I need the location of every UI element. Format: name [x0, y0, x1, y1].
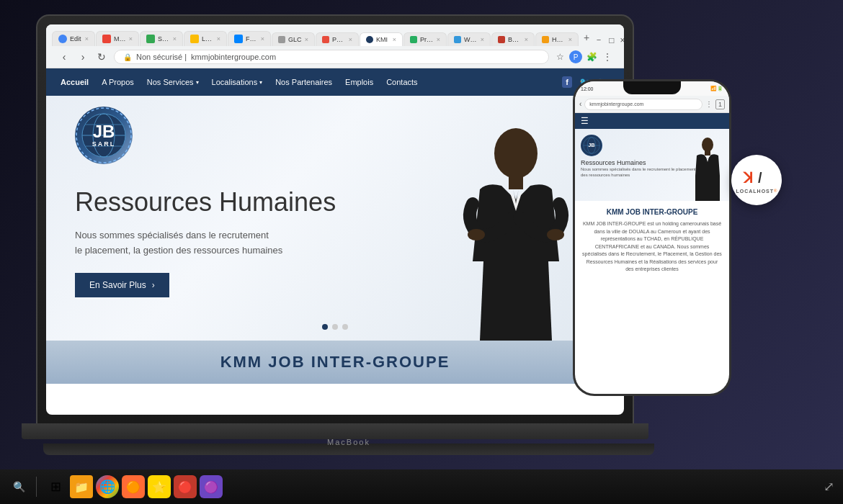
nav-link-partenaires[interactable]: Nos Partenaires: [275, 78, 332, 86]
maximize-button[interactable]: □: [609, 35, 614, 45]
browser-tab-mo[interactable]: Mo... ×: [96, 31, 139, 46]
tab-close-icon[interactable]: ×: [568, 36, 572, 43]
browser-tab-glc[interactable]: GLC ×: [272, 32, 315, 46]
taskbar-search-button[interactable]: 🔍: [9, 477, 29, 497]
tab-label: Loc...: [202, 35, 214, 42]
nav-label-accueil: Accueil: [61, 78, 89, 86]
tab-close-icon[interactable]: ×: [217, 35, 220, 42]
tab-label: Ho...: [552, 36, 566, 43]
hero-cta-arrow: ›: [152, 280, 155, 290]
nav-link-services[interactable]: Nos Services ▾: [147, 78, 199, 86]
hero-cta-label: En Savoir Plus: [89, 280, 146, 290]
browser-tab-loc[interactable]: Loc... ×: [184, 31, 227, 46]
facebook-icon[interactable]: f: [562, 76, 572, 88]
bottom-company-title: KMM JOB INTER-GROUPE: [220, 353, 450, 372]
phone-company-info: KMM JOB INTER-GROUPE KMM JOB INTER-GROUP…: [575, 201, 729, 281]
hero-dot-2[interactable]: [332, 324, 338, 330]
website-content: Accueil A Propos Nos Services ▾ Localisa…: [46, 68, 624, 414]
tab-close-icon[interactable]: ×: [85, 35, 89, 42]
forward-button[interactable]: ›: [75, 49, 91, 65]
phone-screen: 12:00 📶🔋 ‹ kmmjobintergroupe.com ⋮ 1 ☰: [575, 81, 729, 394]
phone-time: 12:00: [581, 86, 594, 91]
taskbar-app-red[interactable]: 🔴: [174, 475, 197, 498]
taskbar-app-yellow[interactable]: ⭐: [148, 475, 171, 498]
lock-icon: 🔒: [123, 53, 132, 61]
hamburger-icon[interactable]: ☰: [581, 116, 589, 126]
phone-address-bar[interactable]: kmmjobintergroupe.com: [584, 99, 702, 110]
nav-link-localisations[interactable]: Localisations ▾: [212, 78, 263, 86]
browser-tab-wit[interactable]: Wit... ×: [447, 32, 491, 46]
tab-close-icon[interactable]: ×: [437, 36, 440, 43]
taskbar-app-purple[interactable]: 🟣: [200, 475, 223, 498]
browser-toolbar: ‹ › ↻ 🔒 Non sécurisé | kmmjobintergroupe…: [52, 46, 618, 68]
close-window-button[interactable]: ×: [620, 35, 624, 45]
new-tab-button[interactable]: +: [579, 29, 594, 46]
tab-favicon: [278, 36, 285, 43]
browser-tab-kmi[interactable]: KMI ×: [360, 32, 403, 46]
phone-menu-button[interactable]: ⋮: [705, 100, 713, 108]
tab-close-icon[interactable]: ×: [129, 35, 133, 42]
svg-point-16: [702, 138, 713, 152]
hero-dot-3[interactable]: [342, 324, 348, 330]
phone-browser-bar: ‹ kmmjobintergroupe.com ⋮ 1: [575, 96, 729, 113]
tab-label-active: KMI: [376, 36, 390, 43]
svg-point-9: [468, 229, 485, 240]
tab-favicon: [234, 35, 243, 43]
phone-body: 12:00 📶🔋 ‹ kmmjobintergroupe.com ⋮ 1 ☰: [573, 79, 731, 396]
phone-notch: [623, 81, 681, 94]
phone-hero-section: JB Ressources Humaines Nous sommes spéci…: [575, 129, 729, 201]
tab-close-icon[interactable]: ×: [261, 35, 264, 42]
back-button[interactable]: ‹: [56, 49, 72, 65]
browser-tab-ho[interactable]: Ho... ×: [535, 32, 579, 46]
browser-tab-pne[interactable]: PNE... ×: [316, 32, 359, 46]
taskbar-expand-icon[interactable]: ⤢: [824, 479, 834, 495]
minimize-button[interactable]: －: [594, 34, 603, 46]
hero-cta-button[interactable]: En Savoir Plus ›: [75, 273, 169, 297]
bookmark-icon[interactable]: ☆: [553, 50, 566, 63]
browser-tab-bou[interactable]: Bou... ×: [491, 32, 535, 46]
tab-close-icon[interactable]: ×: [173, 35, 177, 42]
svg-point-7: [494, 128, 538, 179]
tab-favicon: [322, 36, 329, 43]
profile-icon[interactable]: P: [569, 50, 582, 63]
refresh-button[interactable]: ↻: [94, 49, 110, 65]
tab-close-icon[interactable]: ×: [393, 36, 396, 43]
taskbar-app-windows[interactable]: ⊞: [44, 475, 67, 498]
bottom-banner: KMM JOB INTER-GROUPE: [46, 341, 624, 384]
address-bar[interactable]: 🔒 Non sécurisé | kmmjobintergroupe.com: [114, 50, 549, 64]
tab-label: Wit...: [464, 36, 478, 43]
nav-link-accueil[interactable]: Accueil: [61, 78, 89, 86]
browser-tab-edit[interactable]: Edit ×: [52, 31, 95, 46]
macbook-label: MacBook: [327, 438, 370, 446]
tab-close-icon[interactable]: ×: [349, 36, 352, 43]
hero-subtitle: Nous sommes spécialisés dans le recrutem…: [75, 228, 336, 258]
taskbar-app-chrome[interactable]: 🌐: [96, 475, 119, 498]
hero-section: JB SARL Ressources Humaines Nous sommes …: [46, 96, 624, 341]
phone-logo: JB: [581, 135, 602, 156]
nav-link-apropos[interactable]: A Propos: [102, 78, 134, 86]
phone-back-button[interactable]: ‹: [579, 100, 581, 108]
nav-label-emplois: Emplois: [345, 78, 373, 86]
taskbar-app-files[interactable]: 📁: [70, 475, 93, 498]
nav-link-contacts[interactable]: Contacts: [386, 78, 417, 86]
tab-close-icon[interactable]: ×: [305, 36, 308, 43]
extension-icon[interactable]: 🧩: [585, 50, 598, 63]
nav-link-emplois[interactable]: Emplois: [345, 78, 373, 86]
macbook-base: [22, 423, 648, 439]
tab-favicon: [190, 35, 199, 43]
browser-tab-pre[interactable]: Pré... ×: [403, 32, 447, 46]
hero-dot-1[interactable]: [322, 324, 328, 330]
phone-tab-button[interactable]: 1: [715, 99, 725, 109]
browser-tab-fre[interactable]: Fre... ×: [228, 31, 271, 46]
browser-tab-site[interactable]: Site. ×: [140, 31, 183, 46]
tab-close-icon[interactable]: ×: [525, 36, 528, 43]
phone-device: 12:00 📶🔋 ‹ kmmjobintergroupe.com ⋮ 1 ☰: [573, 79, 731, 396]
tab-favicon: [498, 36, 505, 43]
menu-icon[interactable]: ⋮: [601, 50, 614, 63]
tab-label: Mo...: [114, 35, 126, 42]
tab-close-icon[interactable]: ×: [481, 36, 484, 43]
taskbar-app-orange[interactable]: 🟠: [122, 475, 145, 498]
browser-chrome: Edit × Mo... × Site. ×: [46, 24, 624, 68]
phone-signal: 📶🔋: [710, 86, 723, 91]
hero-subtitle-line2: le placement, la gestion des ressources …: [75, 245, 282, 256]
